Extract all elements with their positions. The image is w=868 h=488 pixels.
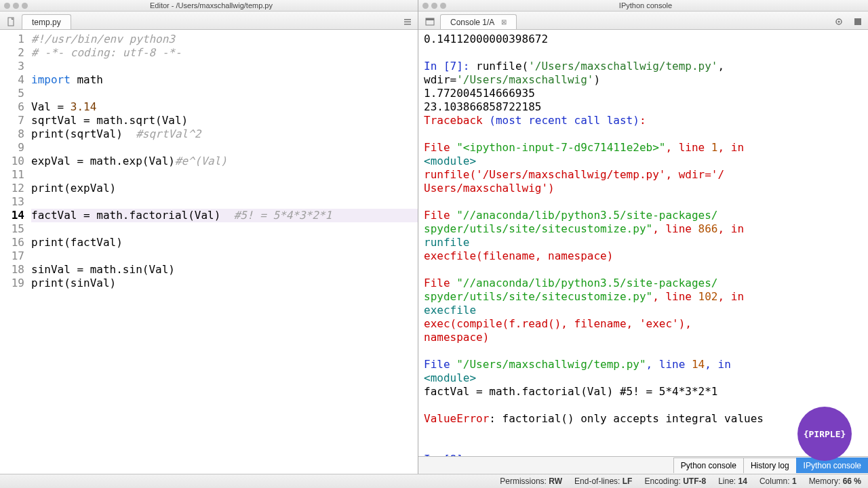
code-line[interactable] [31, 168, 418, 182]
editor-tab[interactable]: temp.py [22, 14, 71, 29]
console-line [424, 195, 863, 209]
line-number: 16 [0, 236, 24, 249]
line-number: 3 [0, 60, 24, 73]
console-tab[interactable]: Console 1/A ⊠ [440, 14, 517, 29]
code-line[interactable]: expVal = math.exp(Val)#e^(Val) [31, 155, 418, 168]
svg-rect-5 [426, 18, 434, 20]
console-icon[interactable] [421, 14, 439, 29]
editor-tab-label: temp.py [32, 18, 61, 27]
line-number: 9 [0, 141, 24, 155]
code-line[interactable]: import math [31, 73, 418, 87]
close-window-icon[interactable] [422, 3, 429, 9]
console-line [424, 263, 863, 277]
gear-icon[interactable] [830, 14, 848, 29]
perm-label: Permissions: [500, 476, 547, 486]
line-number: 8 [0, 127, 24, 141]
minimize-window-icon[interactable] [13, 3, 19, 9]
console-line: namespace) [424, 331, 863, 344]
col-label: Column: [760, 476, 790, 486]
line-number: 6 [0, 100, 24, 114]
code-line[interactable]: # -*- coding: utf-8 -*- [31, 46, 418, 60]
console-line [424, 426, 863, 439]
console-line: File "<ipython-input-7-d9c71411e2eb>", l… [424, 141, 863, 155]
code-line[interactable]: sqrtVal = math.sqrt(Val) [31, 114, 418, 127]
console-line: File "//anaconda/lib/python3.5/site-pack… [424, 277, 863, 290]
line-value: 14 [738, 476, 747, 486]
svg-point-7 [838, 21, 840, 23]
line-number: 5 [0, 87, 24, 100]
line-number: 15 [0, 222, 24, 236]
console-line: spyder/utils/site/sitecustomize.py", lin… [424, 290, 863, 304]
mem-label: Memory: [809, 476, 841, 486]
console-line: 0.14112000000398672 [424, 33, 863, 46]
editor-pane: Editor - /Users/maxschallwig/temp.py tem… [0, 0, 418, 474]
code-line[interactable] [31, 249, 418, 263]
code-line[interactable]: #!/usr/bin/env python3 [31, 33, 418, 46]
line-number: 7 [0, 114, 24, 127]
line-number: 4 [0, 73, 24, 87]
console-line: execfile(filename, namespace) [424, 249, 863, 263]
minimize-window-icon[interactable] [431, 3, 437, 9]
console-tab-label: Console 1/A [450, 18, 494, 27]
code-line[interactable] [31, 195, 418, 209]
console-line: ValueError: factorial() only accepts int… [424, 412, 863, 426]
console-line: Traceback (most recent call last): [424, 114, 863, 127]
line-number: 18 [0, 263, 24, 277]
console-line: 23.103866858722185 [424, 100, 863, 114]
code-line[interactable]: sinVal = math.sin(Val) [31, 263, 418, 277]
bottom-tab[interactable]: History log [743, 458, 797, 473]
console-line: execfile [424, 304, 863, 317]
code-line[interactable] [31, 87, 418, 100]
statusbar: Permissions: RW End-of-lines: LF Encodin… [0, 474, 868, 488]
close-tab-icon[interactable]: ⊠ [501, 18, 507, 26]
svg-rect-2 [404, 22, 411, 23]
code-line[interactable]: print(expVal) [31, 182, 418, 195]
console-bottom-tabs: Python consoleHistory logIPython console [418, 456, 868, 474]
console-line: File "//anaconda/lib/python3.5/site-pack… [424, 209, 863, 222]
console-title: IPython console [450, 1, 841, 9]
console-line: spyder/utils/site/sitecustomize.py", lin… [424, 222, 863, 236]
stop-icon[interactable] [849, 14, 867, 29]
code-line[interactable]: Val = 3.14 [31, 100, 418, 114]
line-number: 14 [0, 209, 24, 222]
code-line[interactable] [31, 60, 418, 73]
maximize-window-icon[interactable] [22, 3, 28, 9]
eol-label: End-of-lines: [574, 476, 620, 486]
console-line: Users/maxschallwig') [424, 182, 863, 195]
console-line: runfile('/Users/maxschallwig/temp.py', w… [424, 168, 863, 182]
mem-value: 66 % [843, 476, 861, 486]
console-line: In [7]: runfile('/Users/maxschallwig/tem… [424, 60, 863, 73]
console-pane: IPython console Console 1/A ⊠ 0.14112000… [418, 0, 868, 474]
code-line[interactable] [31, 141, 418, 155]
console-output[interactable]: 0.14112000000398672In [7]: runfile('/Use… [418, 30, 868, 456]
line-number: 11 [0, 168, 24, 182]
file-icon[interactable] [3, 14, 20, 29]
console-line: wdir='/Users/maxschallwig') [424, 73, 863, 87]
editor-title: Editor - /Users/maxschallwig/temp.py [32, 1, 391, 9]
close-window-icon[interactable] [4, 3, 10, 9]
code-editor[interactable]: 12345678910111213141516171819 #!/usr/bin… [0, 30, 418, 474]
bottom-tab[interactable]: Python console [673, 458, 744, 473]
code-line[interactable]: print(sinVal) [31, 277, 418, 290]
code-line[interactable] [31, 222, 418, 236]
console-line: exec(compile(f.read(), filename, 'exec')… [424, 317, 863, 331]
console-line: factVal = math.factorial(Val) #5! = 5*4*… [424, 385, 863, 399]
console-line: 1.772004514666935 [424, 87, 863, 100]
line-number: 19 [0, 277, 24, 290]
perm-value: RW [549, 476, 562, 486]
console-line [424, 127, 863, 141]
code-line[interactable]: factVal = math.factorial(Val) #5! = 5*4*… [31, 209, 418, 222]
enc-label: Encoding: [644, 476, 680, 486]
line-number: 17 [0, 249, 24, 263]
console-line: File "/Users/maxschallwig/temp.py", line… [424, 358, 863, 371]
line-label: Line: [718, 476, 736, 486]
svg-rect-1 [404, 19, 411, 20]
code-line[interactable]: print(factVal) [31, 236, 418, 249]
svg-rect-3 [404, 24, 411, 25]
options-icon[interactable] [399, 14, 416, 29]
maximize-window-icon[interactable] [440, 3, 446, 9]
console-line [424, 439, 863, 453]
code-line[interactable]: print(sqrtVal) #sqrtVal^2 [31, 127, 418, 141]
col-value: 1 [792, 476, 797, 486]
line-number: 2 [0, 46, 24, 60]
